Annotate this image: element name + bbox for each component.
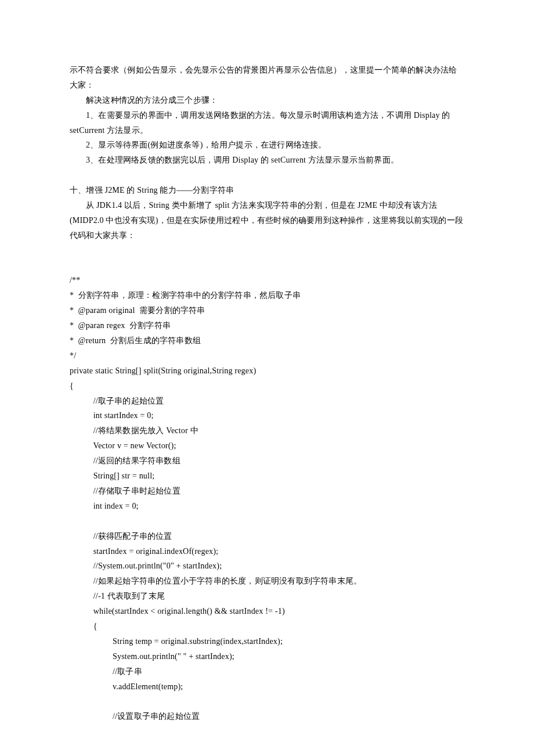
code-addelement: v.addElement(temp); — [70, 679, 464, 694]
code-comment-close: */ — [70, 348, 464, 363]
code-comment-setstart: //设置取子串的起始位置 — [70, 709, 464, 724]
code-comment-sub: //取子串 — [70, 664, 464, 679]
blank-line — [70, 168, 464, 183]
blank-line — [70, 514, 464, 529]
code-comment-result: //返回的结果字符串数组 — [70, 453, 464, 469]
code-comment-desc: * 分割字符串，原理：检测字符串中的分割字符串，然后取子串 — [70, 288, 464, 303]
code-comment-match: //获得匹配子串的位置 — [70, 529, 464, 544]
code-comment-param1: * @param original 需要分割的字符串 — [70, 303, 464, 318]
code-substring: String temp = original.substring(index,s… — [70, 634, 464, 649]
code-comment-index: //存储取子串时起始位置 — [70, 484, 464, 499]
code-vector: Vector v = new Vector(); — [70, 438, 464, 453]
blank-line — [70, 694, 464, 709]
code-comment-param2: * @paran regex 分割字符串 — [70, 318, 464, 333]
code-comment-return: * @return 分割后生成的字符串数组 — [70, 333, 464, 348]
paragraph-continuation: 示不符合要求（例如公告显示，会先显示公告的背景图片再显示公告信息），这里提一个简… — [70, 63, 464, 93]
document-page: 示不符合要求（例如公告显示，会先显示公告的背景图片再显示公告信息），这里提一个简… — [0, 0, 534, 756]
section-10-body: 从 JDK1.4 以后，String 类中新增了 split 方法来实现字符串的… — [70, 198, 464, 243]
step-1: 1、在需要显示的界面中，调用发送网络数据的方法。每次显示时调用该构造方法，不调用… — [70, 108, 464, 138]
code-comment-neg1: //-1 代表取到了末尾 — [70, 589, 464, 604]
code-indexof: startIndex = original.indexOf(regex); — [70, 544, 464, 559]
code-brace-open: { — [70, 379, 464, 394]
code-while-brace: { — [70, 619, 464, 634]
section-10-title: 十、增强 J2ME 的 String 能力——分割字符串 — [70, 183, 464, 198]
paragraph-intro: 解决这种情况的方法分成三个步骤： — [70, 93, 464, 108]
code-println: System.out.println(" " + startIndex); — [70, 649, 464, 664]
code-comment-vector: //将结果数据先放入 Vector 中 — [70, 423, 464, 438]
step-2: 2、显示等待界面(例如进度条等)，给用户提示，在进行网络连接。 — [70, 138, 464, 153]
code-comment-condition: //如果起始字符串的位置小于字符串的长度，则证明没有取到字符串末尾。 — [70, 574, 464, 589]
code-str-array: String[] str = null; — [70, 469, 464, 484]
code-while: while(startIndex < original.length() && … — [70, 604, 464, 619]
code-method-sig: private static String[] split(String ori… — [70, 363, 464, 379]
code-comment-startpos: //取子串的起始位置 — [70, 394, 464, 409]
code-println-commented: //System.out.println("0" + startIndex); — [70, 559, 464, 574]
code-startindex: int startIndex = 0; — [70, 408, 464, 423]
blank-line — [70, 258, 464, 273]
step-3: 3、在处理网络反馈的数据完以后，调用 Display 的 setCurrent … — [70, 153, 464, 168]
code-comment-open: /** — [70, 273, 464, 288]
blank-line — [70, 243, 464, 258]
code-index: int index = 0; — [70, 499, 464, 514]
